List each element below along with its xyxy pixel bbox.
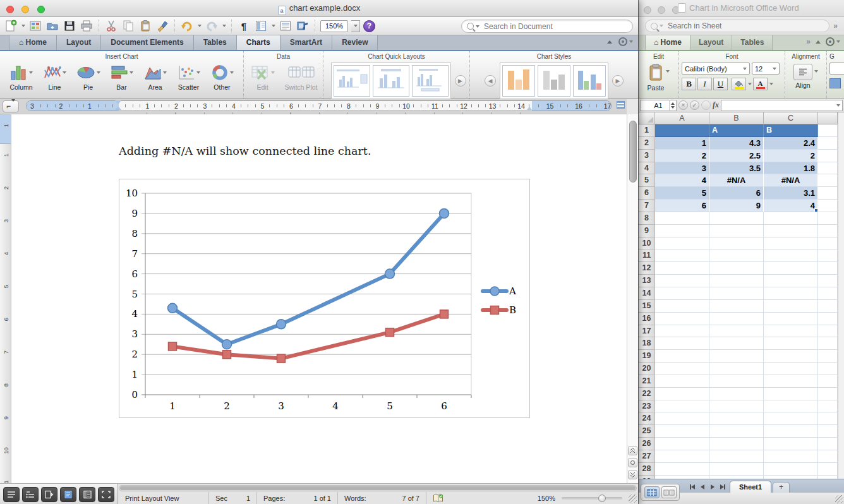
zoom-dropdown[interactable] xyxy=(351,20,360,32)
row-header-9[interactable]: 9 xyxy=(639,225,655,237)
cell[interactable] xyxy=(655,225,709,237)
insert-bar-chart-button[interactable]: Bar xyxy=(105,62,138,91)
cell[interactable] xyxy=(764,425,818,438)
font-color-dropdown[interactable] xyxy=(769,83,773,85)
cell[interactable] xyxy=(655,262,709,275)
cell[interactable]: 1.8 xyxy=(764,162,818,175)
sheet-tab[interactable]: Sheet1 xyxy=(730,481,771,493)
redo-icon[interactable] xyxy=(205,19,219,33)
open-icon[interactable] xyxy=(45,19,59,33)
outline-view-button[interactable] xyxy=(22,487,39,502)
print-icon[interactable] xyxy=(80,19,93,33)
new-document-icon[interactable] xyxy=(4,19,18,33)
cell[interactable]: B xyxy=(764,124,818,137)
tab-smartart[interactable]: SmartArt xyxy=(280,35,332,50)
cell[interactable] xyxy=(709,262,764,275)
gear-dropdown[interactable] xyxy=(836,40,840,43)
cell[interactable] xyxy=(818,337,838,350)
tab-layout[interactable]: Layout xyxy=(57,35,101,50)
cell[interactable] xyxy=(818,412,838,425)
cell[interactable] xyxy=(764,463,818,476)
cell[interactable] xyxy=(655,425,709,438)
gear-dropdown[interactable] xyxy=(629,40,633,43)
cell[interactable] xyxy=(655,400,709,413)
insert-scatter-chart-button[interactable]: Scatter xyxy=(172,62,205,91)
paste-icon[interactable] xyxy=(138,19,152,33)
cell[interactable] xyxy=(818,212,838,225)
cell[interactable]: 4 xyxy=(764,200,818,212)
row-header-28[interactable]: 28 xyxy=(639,463,655,476)
excel-tab-home[interactable]: ⌂ Home xyxy=(645,35,690,50)
row-header-26[interactable]: 26 xyxy=(639,438,655,450)
redo-dropdown[interactable] xyxy=(222,25,226,27)
formula-input[interactable] xyxy=(721,100,843,111)
quick-layouts-next-icon[interactable]: ▶ xyxy=(455,75,466,87)
cell[interactable]: 3.1 xyxy=(764,187,818,200)
fill-color-dropdown[interactable] xyxy=(748,83,752,85)
undo-icon[interactable] xyxy=(180,19,194,33)
cell[interactable] xyxy=(709,212,764,225)
toolbar-overflow-icon[interactable]: » xyxy=(833,21,838,30)
align-button[interactable]: Align xyxy=(793,64,812,89)
chart-style-1[interactable] xyxy=(502,65,535,97)
cell[interactable]: 2.5 xyxy=(709,150,764,162)
cell[interactable] xyxy=(764,237,818,250)
word-count-status[interactable]: Words:7 of 7 xyxy=(338,492,426,504)
row-header-2[interactable]: 2 xyxy=(639,137,655,150)
paste-button[interactable]: Paste xyxy=(648,63,665,92)
section-status[interactable]: Sec1 xyxy=(209,492,257,504)
cell[interactable] xyxy=(818,425,838,438)
row-header-6[interactable]: 6 xyxy=(639,187,655,200)
pages-status[interactable]: Pages:1 of 1 xyxy=(257,492,338,504)
cancel-entry-button[interactable]: × xyxy=(678,100,688,110)
previous-sheet-icon[interactable] xyxy=(698,483,707,491)
sheet-vertical-scrollbar[interactable] xyxy=(838,112,844,479)
cell[interactable]: 6 xyxy=(709,187,764,200)
row-header-21[interactable]: 21 xyxy=(639,375,655,388)
quick-layout-2[interactable] xyxy=(373,65,409,97)
cell[interactable] xyxy=(764,450,818,463)
cell[interactable] xyxy=(655,438,709,450)
cell[interactable] xyxy=(764,400,818,413)
cell[interactable] xyxy=(709,300,764,313)
cell[interactable] xyxy=(655,325,709,338)
cell[interactable]: 4.3 xyxy=(709,137,764,150)
zoom-slider[interactable] xyxy=(562,497,622,500)
cell[interactable] xyxy=(709,249,764,262)
cell[interactable]: #N/A xyxy=(709,174,764,187)
add-sheet-button[interactable]: + xyxy=(773,482,790,493)
document-elements-icon[interactable] xyxy=(279,19,292,33)
next-page-button[interactable] xyxy=(628,470,637,479)
tab-stop-selector[interactable]: ⌐ xyxy=(3,100,19,112)
print-layout-view-button[interactable] xyxy=(60,487,76,502)
quick-layout-1[interactable] xyxy=(334,65,370,97)
left-indent-marker[interactable] xyxy=(115,106,121,110)
column-header-b[interactable]: B xyxy=(709,112,764,124)
chart-styles-prev-icon[interactable]: ◀ xyxy=(485,75,496,87)
row-header-12[interactable]: 12 xyxy=(639,262,655,275)
insert-line-chart-button[interactable]: Line xyxy=(38,62,71,91)
previous-page-button[interactable] xyxy=(628,446,637,455)
cell[interactable]: 2 xyxy=(764,150,818,162)
cell[interactable] xyxy=(818,388,838,400)
search-scope-dropdown[interactable] xyxy=(476,25,479,28)
row-header-23[interactable]: 23 xyxy=(639,400,655,413)
font-color-button[interactable]: A xyxy=(753,78,768,90)
cell[interactable] xyxy=(709,325,764,338)
cell[interactable] xyxy=(709,363,764,375)
cell[interactable] xyxy=(655,313,709,325)
spelling-status[interactable] xyxy=(426,492,450,504)
cell[interactable] xyxy=(818,325,838,338)
column-header-partial[interactable] xyxy=(818,112,838,124)
formula-input-dropdown[interactable] xyxy=(836,104,840,107)
cell[interactable] xyxy=(818,275,838,287)
cell[interactable]: #N/A xyxy=(764,174,818,187)
font-name-select[interactable]: Calibri (Body) xyxy=(682,63,750,75)
format-painter-icon[interactable] xyxy=(155,19,169,33)
accept-entry-button[interactable]: ✓ xyxy=(690,100,699,110)
name-box[interactable]: A1 xyxy=(640,100,677,111)
row-header-27[interactable]: 27 xyxy=(639,450,655,463)
cell[interactable]: 2 xyxy=(655,150,709,162)
row-header-14[interactable]: 14 xyxy=(639,287,655,300)
row-header-10[interactable]: 10 xyxy=(639,237,655,250)
